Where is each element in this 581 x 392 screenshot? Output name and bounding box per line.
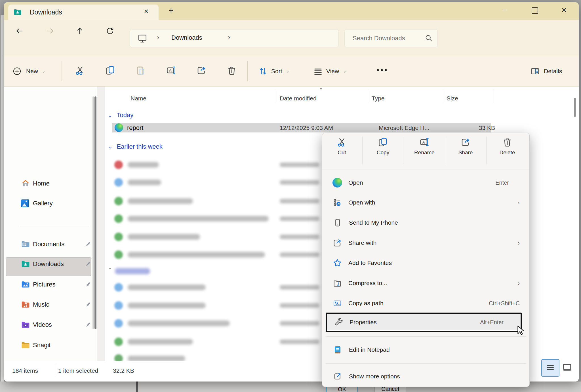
menu-item-label: Open — [348, 179, 363, 186]
breadcrumb-downloads[interactable]: Downloads — [171, 34, 202, 41]
breadcrumb-chevron-icon-2[interactable]: › — [228, 34, 230, 41]
more-options-icon[interactable] — [376, 68, 388, 73]
sidebar-item-snagit[interactable]: Snagit — [21, 341, 50, 350]
sidebar-item-music[interactable]: Music — [21, 300, 49, 309]
address-bar[interactable]: › Downloads › — [130, 29, 339, 47]
copy-button-label: Copy — [370, 149, 396, 156]
cut-icon[interactable] — [75, 65, 85, 75]
copy-button[interactable]: Copy — [370, 137, 396, 156]
wrench-icon — [334, 317, 343, 327]
sidebar-item-label: Pictures — [33, 281, 55, 288]
minimize-icon[interactable]: ─ — [502, 6, 506, 14]
cut-button[interactable]: Cut — [329, 137, 355, 156]
paste-icon[interactable] — [136, 65, 146, 75]
context-command-bar: Cut Copy A Rename Share Delete — [322, 133, 529, 169]
sidebar-item-label: Downloads — [33, 260, 64, 268]
group-header-earlier[interactable]: ⌄ Earlier this week — [108, 143, 163, 150]
share-button[interactable]: Share — [453, 137, 478, 156]
file-list-scrollbar-thumb[interactable] — [574, 98, 576, 117]
column-separator[interactable] — [275, 89, 275, 102]
up-icon[interactable] — [75, 27, 84, 35]
pane-splitter[interactable] — [97, 87, 105, 361]
maximize-icon[interactable] — [532, 7, 538, 14]
breadcrumb-chevron-icon[interactable]: › — [157, 34, 159, 41]
share-icon[interactable] — [196, 65, 207, 75]
sidebar-item-documents[interactable]: Documents — [21, 240, 64, 249]
column-header-date[interactable]: Date modified — [280, 95, 317, 102]
rename-icon[interactable]: A — [166, 65, 176, 75]
menu-item-shortcut: Enter — [495, 180, 509, 186]
tab-close-icon[interactable]: ✕ — [144, 8, 149, 15]
navigation-pane: Home Gallery Documents Down — [4, 87, 96, 361]
close-icon[interactable]: ✕ — [561, 6, 567, 14]
menu-item-share-with[interactable]: Share with › — [322, 233, 529, 252]
command-separator — [445, 137, 445, 164]
collapse-chevron-icon[interactable]: ⌄ — [108, 111, 113, 119]
details-button-label: Details — [544, 68, 562, 75]
back-icon[interactable] — [15, 27, 24, 35]
details-button[interactable]: Details — [530, 64, 562, 78]
file-date: 12/12/2025 9:03 AM — [280, 125, 333, 131]
menu-item-label: Properties — [350, 319, 377, 326]
search-box[interactable] — [344, 29, 438, 47]
menu-item-show-more-options[interactable]: Show more options — [322, 367, 529, 386]
copy-icon[interactable] — [105, 65, 115, 75]
selection-size: 32.2 KB — [113, 367, 134, 374]
menu-item-copy-as-path[interactable]: Copy as path Ctrl+Shift+C — [322, 294, 529, 313]
column-header-name[interactable]: Name — [130, 95, 146, 102]
menu-item-edit-in-notepad[interactable]: Edit in Notepad — [322, 340, 529, 359]
search-icon[interactable] — [425, 34, 433, 42]
details-view-toggle[interactable] — [541, 359, 559, 377]
menu-item-send-to-phone[interactable]: Send to My Phone — [322, 213, 529, 232]
file-type: Microsoft Edge H... — [379, 125, 430, 131]
delete-icon[interactable] — [227, 65, 237, 75]
sidebar-scrollbar-track[interactable] — [92, 96, 94, 329]
toolbar-separator — [62, 61, 62, 81]
menu-item-label: Open with — [348, 199, 375, 206]
refresh-icon[interactable] — [106, 27, 114, 35]
view-button-label: View — [326, 68, 339, 75]
column-header-type[interactable]: Type — [372, 95, 385, 102]
sidebar-item-videos[interactable]: Videos — [21, 320, 52, 329]
menu-item-open[interactable]: Open Enter — [322, 173, 529, 192]
rename-button[interactable]: A Rename — [412, 137, 437, 156]
column-separator[interactable] — [368, 89, 368, 102]
sort-button[interactable]: Sort ⌄ — [258, 64, 290, 78]
copy-as-path-icon — [332, 298, 342, 308]
toolbar-separator-2 — [247, 61, 248, 81]
menu-separator — [322, 170, 529, 170]
group-header-today[interactable]: ⌄ Today — [108, 111, 133, 119]
chevron-down-icon: ⌄ — [343, 69, 347, 74]
new-button[interactable]: New ⌄ — [12, 64, 46, 78]
menu-item-label: Share with — [348, 239, 376, 246]
sidebar-item-downloads[interactable]: Downloads — [21, 260, 64, 269]
sidebar-item-home[interactable]: Home — [21, 179, 50, 188]
delete-button[interactable]: Delete — [494, 137, 521, 156]
column-separator[interactable] — [494, 89, 494, 102]
file-name: report — [127, 124, 143, 132]
column-header-size[interactable]: Size — [447, 95, 458, 102]
menu-item-properties[interactable]: Properties Alt+Enter — [326, 313, 522, 332]
sidebar-scrollbar-thumb[interactable] — [94, 96, 96, 329]
tab-downloads[interactable]: Downloads ✕ — [8, 5, 159, 20]
menu-item-add-to-favorites[interactable]: Add to Favorites — [322, 253, 529, 273]
search-input[interactable] — [352, 33, 421, 44]
column-separator[interactable] — [443, 89, 443, 102]
pin-icon — [83, 320, 93, 330]
collapse-chevron-icon[interactable]: ⌄ — [108, 143, 113, 150]
menu-item-compress-to[interactable]: Compress to... › — [322, 273, 529, 293]
sidebar-item-gallery[interactable]: Gallery — [21, 199, 53, 208]
command-separator — [486, 137, 487, 164]
view-button[interactable]: View ⌄ — [313, 64, 347, 78]
menu-item-open-with[interactable]: Open with › — [322, 193, 529, 212]
icons-view-toggle[interactable] — [562, 362, 572, 373]
file-row-report[interactable]: report 12/12/2025 9:03 AM Microsoft Edge… — [112, 123, 491, 132]
notepad-icon — [333, 345, 342, 354]
menu-item-label: Copy as path — [348, 300, 384, 307]
selection-count: 1 item selected — [58, 367, 98, 374]
collapse-chevron-icon[interactable]: ⌄ — [108, 265, 112, 270]
edge-icon — [332, 178, 342, 187]
forward-icon[interactable] — [46, 27, 54, 35]
sidebar-item-pictures[interactable]: Pictures — [21, 280, 55, 289]
new-tab-icon[interactable]: + — [169, 6, 174, 15]
